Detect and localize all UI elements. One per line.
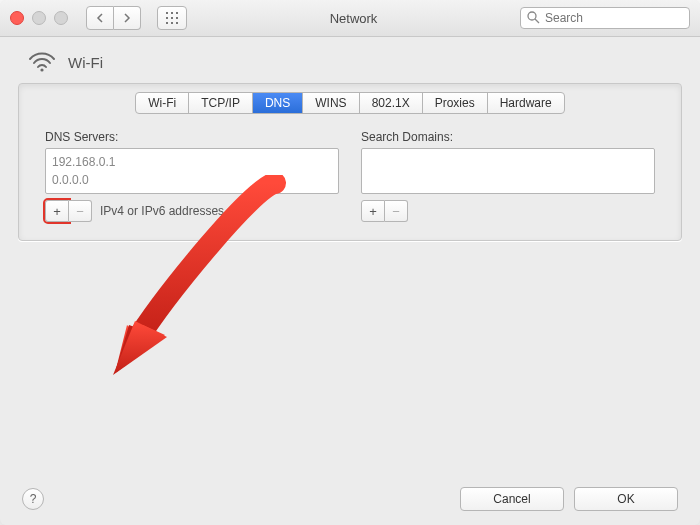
dns-add-button[interactable]: +: [45, 200, 69, 222]
svg-rect-0: [166, 12, 168, 14]
tab-proxies[interactable]: Proxies: [423, 93, 488, 113]
svg-rect-3: [166, 17, 168, 19]
svg-rect-8: [176, 22, 178, 24]
search-icon: [526, 10, 540, 24]
search-field-wrap: [520, 7, 690, 29]
minimize-window-icon: [32, 11, 46, 25]
search-domains-remove-button[interactable]: −: [385, 200, 408, 222]
tab-8021x[interactable]: 802.1X: [360, 93, 423, 113]
help-button[interactable]: ?: [22, 488, 44, 510]
dns-servers-list[interactable]: 192.168.0.1 0.0.0.0: [45, 148, 339, 194]
chevron-right-icon: [123, 13, 131, 23]
search-domains-label: Search Domains:: [361, 130, 655, 144]
svg-rect-4: [171, 17, 173, 19]
svg-line-10: [535, 19, 539, 23]
tab-strip: Wi-Fi TCP/IP DNS WINS 802.1X Proxies Har…: [19, 92, 681, 114]
connection-header: Wi-Fi: [0, 37, 700, 83]
tab-hardware[interactable]: Hardware: [488, 93, 564, 113]
search-domains-plus-minus: + −: [361, 200, 408, 222]
dns-entry[interactable]: 192.168.0.1: [52, 153, 332, 171]
network-prefs-window: Network Wi-Fi Wi-Fi TCP/: [0, 0, 700, 525]
close-window-icon[interactable]: [10, 11, 24, 25]
chevron-left-icon: [96, 13, 104, 23]
settings-sheet: Wi-Fi TCP/IP DNS WINS 802.1X Proxies Har…: [18, 83, 682, 241]
search-domains-add-button[interactable]: +: [361, 200, 385, 222]
svg-point-11: [40, 68, 43, 71]
search-input[interactable]: [520, 7, 690, 29]
tab-wins[interactable]: WINS: [303, 93, 359, 113]
tab-dns[interactable]: DNS: [253, 93, 303, 113]
cancel-button[interactable]: Cancel: [460, 487, 564, 511]
search-domains-column: Search Domains: + −: [361, 130, 655, 222]
search-domains-list[interactable]: [361, 148, 655, 194]
search-domains-controls-row: + −: [361, 200, 655, 222]
svg-point-9: [528, 12, 536, 20]
show-all-button[interactable]: [157, 6, 187, 30]
dns-plus-minus: + −: [45, 200, 92, 222]
svg-rect-7: [171, 22, 173, 24]
svg-marker-12: [113, 321, 167, 375]
footer: ? Cancel OK: [0, 473, 700, 525]
tab-wifi[interactable]: Wi-Fi: [136, 93, 189, 113]
dns-servers-label: DNS Servers:: [45, 130, 339, 144]
zoom-window-icon: [54, 11, 68, 25]
columns: DNS Servers: 192.168.0.1 0.0.0.0 + − IPv…: [19, 114, 681, 222]
dns-entry[interactable]: 0.0.0.0: [52, 171, 332, 189]
svg-rect-2: [176, 12, 178, 14]
titlebar: Network: [0, 0, 700, 37]
nav-buttons: [86, 6, 141, 30]
svg-rect-5: [176, 17, 178, 19]
ok-button[interactable]: OK: [574, 487, 678, 511]
window-title: Network: [195, 11, 512, 26]
window-controls: [10, 11, 68, 25]
svg-rect-1: [171, 12, 173, 14]
tab-tcpip[interactable]: TCP/IP: [189, 93, 253, 113]
dns-hint: IPv4 or IPv6 addresses: [100, 204, 224, 218]
forward-button[interactable]: [114, 6, 141, 30]
tabs: Wi-Fi TCP/IP DNS WINS 802.1X Proxies Har…: [135, 92, 564, 114]
grid-icon: [166, 12, 178, 24]
back-button[interactable]: [86, 6, 114, 30]
dns-remove-button[interactable]: −: [69, 200, 92, 222]
svg-rect-6: [166, 22, 168, 24]
dns-servers-column: DNS Servers: 192.168.0.1 0.0.0.0 + − IPv…: [45, 130, 339, 222]
dns-controls-row: + − IPv4 or IPv6 addresses: [45, 200, 339, 222]
connection-name: Wi-Fi: [68, 54, 103, 71]
wifi-icon: [28, 51, 56, 73]
